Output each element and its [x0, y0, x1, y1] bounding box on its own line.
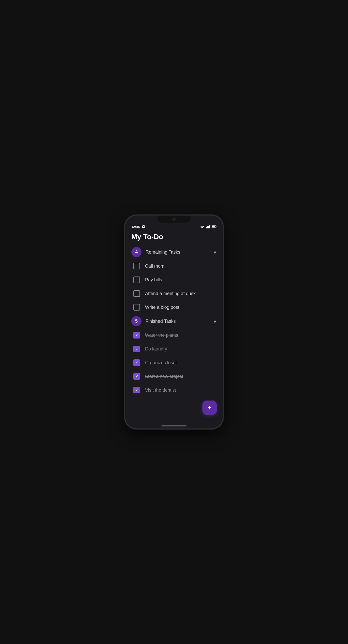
checkmark-do-laundry: ✓	[135, 347, 138, 351]
task-label-do-laundry: Do laundry	[145, 346, 167, 352]
plus-icon: +	[208, 404, 212, 411]
task-label-write-blog: Write a blog post	[145, 305, 179, 310]
task-item-organize-closet[interactable]: ✓ Organize closet	[131, 356, 217, 370]
phone-frame: 12:45	[124, 215, 224, 429]
finished-tasks-header[interactable]: 5 Finished Tasks ∧	[131, 316, 217, 326]
checkmark-water-plants: ✓	[135, 333, 138, 337]
task-checkbox-write-blog[interactable]	[133, 304, 140, 311]
task-checkbox-do-laundry[interactable]: ✓	[133, 346, 140, 352]
signal-icon	[206, 225, 210, 228]
task-label-new-project: Start a new project	[145, 374, 183, 379]
settings-icon	[141, 225, 145, 229]
task-item-write-blog[interactable]: Write a blog post	[131, 300, 217, 314]
add-task-button[interactable]: +	[202, 401, 217, 415]
task-item-call-mom[interactable]: Call mom	[131, 259, 217, 273]
task-item-do-laundry[interactable]: ✓ Do laundry	[131, 342, 217, 356]
checkmark-organize-closet: ✓	[135, 361, 138, 365]
phone-notch	[157, 216, 191, 223]
svg-rect-6	[209, 225, 210, 228]
checkmark-new-project: ✓	[135, 374, 138, 378]
battery-icon	[212, 225, 217, 228]
task-label-dentist: Visit the dentist	[145, 388, 176, 393]
task-item-attend-meeting[interactable]: Attend a meeting at dusk	[131, 287, 217, 300]
remaining-count-badge: 4	[131, 247, 141, 257]
task-item-new-project[interactable]: ✓ Start a new project	[131, 370, 217, 383]
task-label-pay-bills: Pay bills	[145, 277, 162, 283]
finished-chevron-icon: ∧	[213, 318, 217, 324]
home-indicator	[161, 425, 187, 426]
task-item-dentist[interactable]: ✓ Visit the dentist	[131, 383, 217, 397]
task-item-pay-bills[interactable]: Pay bills	[131, 273, 217, 287]
svg-rect-9	[212, 226, 215, 227]
remaining-chevron-icon: ∧	[213, 249, 217, 255]
task-label-water-plants: Water the plants	[145, 333, 178, 338]
task-checkbox-call-mom[interactable]	[133, 263, 140, 269]
task-label-organize-closet: Organize closet	[145, 360, 177, 365]
svg-rect-4	[207, 226, 208, 228]
task-checkbox-organize-closet[interactable]: ✓	[133, 359, 140, 366]
app-title: My To-Do	[131, 233, 217, 241]
svg-rect-3	[206, 227, 207, 228]
task-checkbox-attend-meeting[interactable]	[133, 290, 140, 297]
task-checkbox-water-plants[interactable]: ✓	[133, 332, 140, 339]
finished-count-badge: 5	[131, 316, 141, 326]
task-checkbox-pay-bills[interactable]	[133, 277, 140, 283]
task-checkbox-dentist[interactable]: ✓	[133, 387, 140, 393]
checkmark-dentist: ✓	[135, 388, 138, 392]
time-display: 12:45	[131, 225, 140, 229]
camera-icon	[172, 218, 176, 221]
task-label-attend-meeting: Attend a meeting at dusk	[145, 291, 196, 296]
finished-tasks-label: Finished Tasks	[146, 319, 213, 324]
task-item-water-plants[interactable]: ✓ Water the plants	[131, 328, 217, 342]
task-label-call-mom: Call mom	[145, 264, 164, 269]
app-content: My To-Do 4 Remaining Tasks ∧ Call mom Pa…	[125, 231, 223, 421]
status-right	[200, 225, 217, 228]
wifi-icon	[200, 225, 204, 228]
remaining-tasks-label: Remaining Tasks	[146, 250, 213, 255]
remaining-tasks-header[interactable]: 4 Remaining Tasks ∧	[131, 247, 217, 257]
task-checkbox-new-project[interactable]: ✓	[133, 373, 140, 380]
status-left: 12:45	[131, 225, 145, 229]
svg-rect-8	[216, 226, 217, 227]
svg-rect-5	[208, 226, 209, 228]
